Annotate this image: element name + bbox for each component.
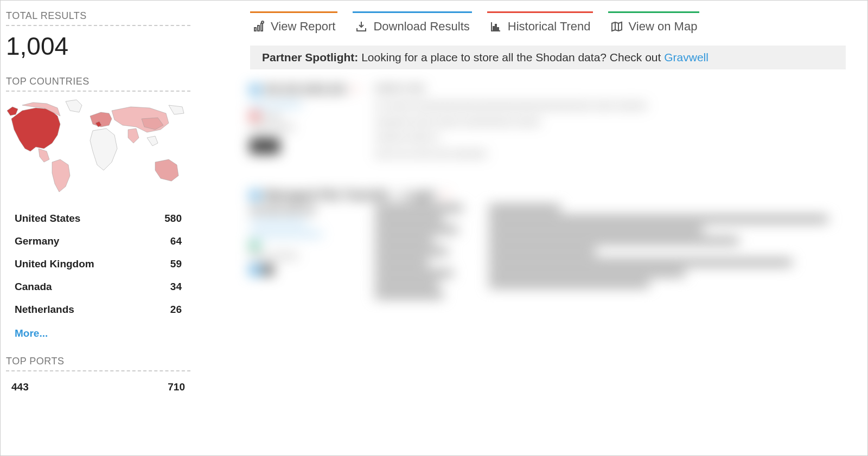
chart-icon [489,20,502,33]
port-number: 443 [11,381,29,393]
country-name: Canada [15,281,52,293]
country-row[interactable]: Canada 34 [15,275,182,298]
historical-trend-button[interactable]: Historical Trend [487,11,593,34]
world-map [6,97,185,197]
country-count: 64 [170,235,182,247]
country-list: United States 580 Germany 64 United King… [6,207,190,344]
svg-rect-0 [254,28,256,31]
download-icon [355,20,368,33]
country-row[interactable]: Netherlands 26 [15,298,182,321]
total-results-value: 1,004 [6,31,190,61]
country-row[interactable]: United Kingdom 59 [15,253,182,275]
country-name: Germany [15,235,59,247]
action-label: Download Results [373,20,469,34]
svg-point-3 [261,21,264,23]
svg-rect-5 [495,24,496,30]
svg-rect-1 [258,25,259,31]
top-countries-label: TOP COUNTRIES [6,76,190,92]
spotlight-link[interactable]: Gravwell [664,51,709,63]
country-count: 26 [170,304,182,316]
partner-spotlight-banner: Partner Spotlight: Looking for a place t… [250,46,846,69]
country-count: 580 [164,213,182,224]
country-count: 59 [170,258,182,270]
spotlight-label: Partner Spotlight: [262,51,358,63]
main-content: View Report Download Results [196,1,867,455]
country-count: 34 [170,281,182,293]
map-icon [610,20,623,33]
svg-rect-6 [497,28,499,30]
svg-rect-4 [493,27,494,30]
top-ports-label: TOP PORTS [6,356,190,371]
download-results-button[interactable]: Download Results [353,11,471,34]
sidebar: TOTAL RESULTS 1,004 TOP COUNTRIES [1,1,196,455]
spotlight-text: Looking for a place to store all the Sho… [358,51,664,63]
country-name: Netherlands [15,304,74,316]
country-name: United Kingdom [15,258,94,270]
view-on-map-button[interactable]: View on Map [608,11,700,34]
action-bar: View Report Download Results [250,11,846,34]
search-results-blurred: XX.XX.XXX.XX ↗ xxxxx.xxxxxxxx xxxxx xxxx… [250,82,846,303]
action-label: Historical Trend [508,20,591,34]
country-row[interactable]: Germany 64 [15,230,182,253]
svg-rect-2 [261,23,263,31]
action-label: View on Map [629,20,698,34]
more-link[interactable]: More... [15,321,182,344]
view-report-button[interactable]: View Report [250,11,337,34]
total-results-label: TOTAL RESULTS [6,10,190,26]
report-icon [252,20,265,33]
port-row[interactable]: 443 710 [6,377,190,397]
action-label: View Report [271,20,335,34]
country-name: United States [15,213,80,224]
country-row[interactable]: United States 580 [15,207,182,230]
port-count: 710 [168,381,185,393]
